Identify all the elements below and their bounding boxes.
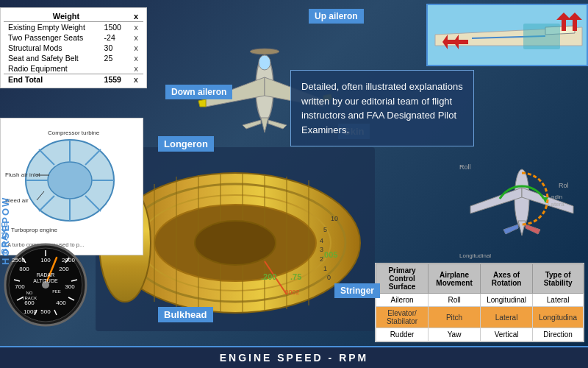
aileron-diagram [426, 4, 588, 66]
svg-rect-8 [523, 24, 560, 49]
col-header-movement: Airplane Movement [429, 264, 481, 294]
weight-header: Weight [4, 11, 129, 22]
svg-point-58 [195, 221, 276, 265]
svg-text:700: 700 [15, 283, 25, 290]
row-value: 30 [100, 43, 129, 53]
row-value: 25 [100, 53, 129, 63]
svg-point-15 [259, 55, 270, 70]
row-x: x [129, 53, 143, 63]
movement-cell: Yaw [429, 328, 481, 342]
axes-cell: Vertical [481, 328, 533, 342]
svg-text:500: 500 [40, 308, 51, 315]
weight-table: Weight x Existing Empty Weight 1500 x Tw… [0, 7, 147, 88]
movement-cell: Roll [429, 294, 481, 307]
col-header-stability: Type of Stability [533, 264, 584, 294]
svg-text:800: 800 [19, 266, 29, 272]
svg-text:.0002: .0002 [283, 289, 300, 296]
row-x: x [129, 74, 143, 85]
stringer-label: Stringer [334, 283, 380, 298]
radar-altimeter: 100 200 300 400 500 600 700 800 2500 200… [4, 243, 88, 328]
table-row: Structural Mods 30 x [4, 43, 143, 53]
table-row: Seat and Safety Belt 25 x [4, 53, 143, 63]
stability-cell: Longitudina [533, 307, 584, 328]
svg-text:200: 200 [59, 266, 69, 272]
table-row: Existing Empty Weight 1500 x [4, 22, 143, 33]
svg-point-16 [250, 49, 279, 54]
row-x: x [129, 63, 143, 74]
svg-text:600: 600 [24, 300, 35, 306]
row-label: Radio Equipment [4, 63, 100, 74]
longeron-label: Longeron [158, 136, 214, 152]
surface-cell: Rudder [376, 328, 429, 342]
axes-cell: Lateral [481, 307, 533, 328]
svg-text:2000: 2000 [62, 257, 75, 263]
dimension-200: .200 [261, 272, 276, 281]
svg-text:100: 100 [40, 257, 51, 263]
stability-table: Primary Control Surface Airplane Movemen… [375, 263, 584, 342]
table-row: Two Passenger Seats -24 x [4, 32, 143, 43]
stability-svg: Roll Rol ndin Latera Longitudinal [456, 132, 588, 280]
svg-marker-13 [243, 120, 261, 129]
aileron-svg [428, 5, 588, 66]
up-aileron-label: Up aileron [309, 9, 364, 24]
svg-text:Longitudinal: Longitudinal [459, 252, 491, 259]
surface-cell: Aileron [376, 294, 429, 307]
svg-marker-12 [261, 118, 268, 132]
svg-text:Roll: Roll [459, 163, 471, 171]
stability-cell: Lateral [533, 294, 584, 307]
stability-cell: Direction [533, 328, 584, 342]
table-row: Aileron Roll Longitudinal Lateral [376, 294, 584, 307]
row-label: Two Passenger Seats [4, 32, 100, 43]
dimension-005: .005 [322, 250, 337, 259]
stability-diagram: Roll Rol ndin Latera Longitudinal [456, 132, 588, 280]
altimeter-svg: 100 200 300 400 500 600 700 800 2500 200… [4, 243, 88, 328]
compressor-panel: Compressor turbine Flush air inlet Bleed… [0, 118, 143, 255]
table-row: Radio Equipment x [4, 63, 143, 74]
svg-text:0: 0 [327, 274, 331, 281]
svg-text:2500: 2500 [12, 257, 25, 263]
svg-text:Compressor turbine: Compressor turbine [48, 130, 100, 136]
surface-cell: Elevator/ Stabilator [376, 307, 429, 328]
svg-text:Latera: Latera [548, 201, 564, 208]
table-row: Elevator/ Stabilator Pitch Lateral Longi… [376, 307, 584, 328]
row-label: Structural Mods [4, 43, 100, 53]
info-box: Detailed, often illustrated explanations… [290, 70, 474, 146]
svg-text:RADAR: RADAR [37, 272, 55, 277]
svg-text:NO: NO [26, 291, 33, 295]
svg-text:FEE: FEE [52, 289, 61, 294]
svg-text:5: 5 [323, 226, 327, 233]
down-aileron-label: Down aileron [165, 85, 232, 99]
svg-text:1000: 1000 [24, 308, 37, 315]
table-row: Rudder Yaw Vertical Direction [376, 328, 584, 342]
svg-text:TRACK: TRACK [22, 296, 37, 300]
bulkhead-label: Bulkhead [158, 307, 213, 322]
engine-speed-bar: ENGINE SPEED - RPM [0, 346, 588, 368]
x-header: x [129, 11, 143, 22]
svg-text:ndin: ndin [551, 194, 562, 200]
table-row-total: End Total 1559 x [4, 74, 143, 85]
row-label: Seat and Safety Belt [4, 53, 100, 63]
svg-text:4: 4 [320, 237, 323, 244]
row-x: x [129, 43, 143, 53]
row-value: -24 [100, 32, 129, 43]
row-value: 1500 [100, 22, 129, 33]
row-label: End Total [4, 74, 100, 85]
svg-text:ALTITUDE: ALTITUDE [33, 278, 58, 283]
row-x: x [129, 32, 143, 43]
svg-text:400: 400 [56, 300, 66, 306]
svg-text:Turboprop engine: Turboprop engine [11, 227, 57, 233]
svg-point-21 [48, 162, 92, 199]
svg-marker-14 [268, 120, 287, 129]
svg-text:10: 10 [331, 215, 338, 222]
row-value [100, 63, 129, 74]
dimension-75: .75 [290, 272, 301, 281]
row-label: Existing Empty Weight [4, 22, 100, 33]
row-x: x [129, 22, 143, 33]
row-value: 1559 [100, 74, 129, 85]
svg-text:300: 300 [65, 283, 75, 290]
svg-marker-17 [198, 99, 206, 107]
col-header-axes: Axes of Rotation [481, 264, 533, 294]
col-header-surface: Primary Control Surface [376, 264, 429, 294]
svg-text:1: 1 [323, 265, 327, 272]
compressor-svg: Compressor turbine Flush air inlet Bleed… [4, 121, 140, 250]
